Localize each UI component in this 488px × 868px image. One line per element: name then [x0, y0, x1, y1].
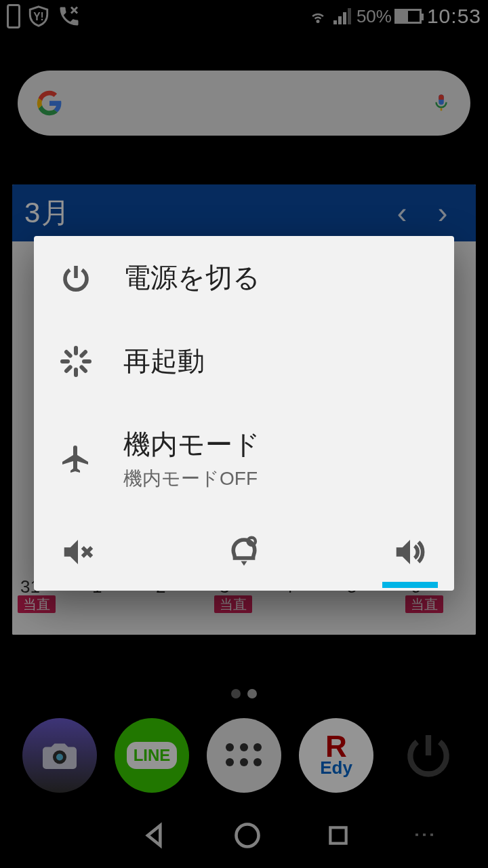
airplane-mode-label: 機内モード — [123, 426, 260, 463]
power-menu-dialog: 電源を切る 再起動 機内モード 機内モードOFF — [34, 236, 454, 591]
restart-icon — [56, 345, 96, 378]
svg-line-11 — [66, 367, 70, 371]
restart-label: 再起動 — [123, 342, 205, 380]
airplane-icon — [56, 443, 96, 475]
svg-line-9 — [66, 352, 70, 356]
power-off-label: 電源を切る — [123, 259, 260, 296]
power-icon — [56, 262, 96, 294]
sound-mute-button[interactable] — [54, 528, 102, 576]
svg-line-10 — [81, 367, 85, 371]
sound-mode-row — [34, 515, 454, 591]
sound-vibrate-button[interactable] — [220, 528, 268, 576]
airplane-mode-sublabel: 機内モードOFF — [123, 466, 260, 492]
sound-on-button[interactable] — [386, 528, 434, 576]
airplane-mode-item[interactable]: 機内モード 機内モードOFF — [34, 403, 454, 515]
svg-line-12 — [81, 352, 85, 356]
restart-item[interactable]: 再起動 — [34, 319, 454, 403]
power-off-item[interactable]: 電源を切る — [34, 236, 454, 319]
